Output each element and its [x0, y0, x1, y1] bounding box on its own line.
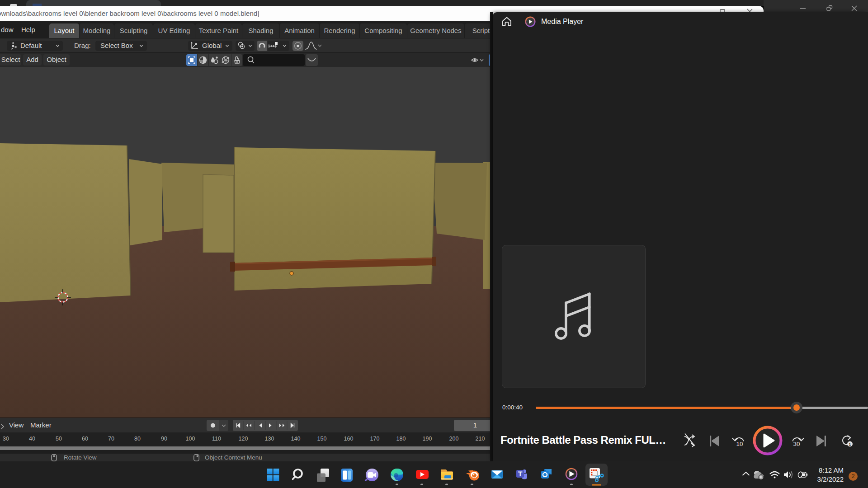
svg-text:1: 1	[849, 442, 851, 447]
svg-text:30: 30	[793, 441, 800, 447]
svg-text:10: 10	[736, 441, 743, 447]
